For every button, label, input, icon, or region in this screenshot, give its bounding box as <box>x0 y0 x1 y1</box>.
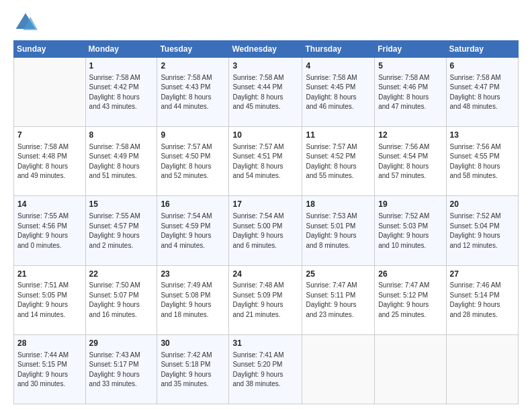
calendar-week-row: 1Sunrise: 7:58 AM Sunset: 4:42 PM Daylig… <box>14 58 519 127</box>
day-number: 15 <box>89 199 154 210</box>
day-info: Sunrise: 7:46 AM Sunset: 5:14 PM Dayligh… <box>450 281 515 320</box>
day-number: 2 <box>161 60 225 72</box>
calendar-cell: 14Sunrise: 7:55 AM Sunset: 4:56 PM Dayli… <box>14 196 86 265</box>
day-info: Sunrise: 7:58 AM Sunset: 4:44 PM Dayligh… <box>232 73 298 112</box>
day-info: Sunrise: 7:57 AM Sunset: 4:52 PM Dayligh… <box>306 142 371 181</box>
calendar-cell: 31Sunrise: 7:41 AM Sunset: 5:20 PM Dayli… <box>229 334 302 404</box>
calendar-cell <box>446 334 518 404</box>
weekday-row: SundayMondayTuesdayWednesdayThursdayFrid… <box>14 41 519 58</box>
day-info: Sunrise: 7:41 AM Sunset: 5:20 PM Dayligh… <box>232 351 298 390</box>
calendar-cell: 17Sunrise: 7:54 AM Sunset: 5:00 PM Dayli… <box>229 196 302 265</box>
calendar-cell: 12Sunrise: 7:56 AM Sunset: 4:54 PM Dayli… <box>375 127 446 196</box>
calendar-week-row: 21Sunrise: 7:51 AM Sunset: 5:05 PM Dayli… <box>14 265 519 334</box>
day-number: 12 <box>378 130 442 141</box>
day-info: Sunrise: 7:54 AM Sunset: 4:59 PM Dayligh… <box>161 212 225 250</box>
day-number: 5 <box>378 60 442 72</box>
page: SundayMondayTuesdayWednesdayThursdayFrid… <box>0 0 532 411</box>
calendar-cell <box>375 334 446 404</box>
day-info: Sunrise: 7:50 AM Sunset: 5:07 PM Dayligh… <box>89 281 154 320</box>
day-info: Sunrise: 7:58 AM Sunset: 4:42 PM Dayligh… <box>89 73 154 112</box>
day-info: Sunrise: 7:58 AM Sunset: 4:45 PM Dayligh… <box>306 73 371 112</box>
calendar-cell: 30Sunrise: 7:42 AM Sunset: 5:18 PM Dayli… <box>157 334 229 404</box>
day-info: Sunrise: 7:58 AM Sunset: 4:48 PM Dayligh… <box>17 142 82 181</box>
calendar-cell: 1Sunrise: 7:58 AM Sunset: 4:42 PM Daylig… <box>85 58 157 127</box>
day-info: Sunrise: 7:51 AM Sunset: 5:05 PM Dayligh… <box>17 281 82 320</box>
calendar-body: 1Sunrise: 7:58 AM Sunset: 4:42 PM Daylig… <box>14 58 519 404</box>
weekday-header: Monday <box>85 41 157 58</box>
weekday-header: Tuesday <box>157 41 229 58</box>
day-number: 23 <box>161 269 225 280</box>
day-info: Sunrise: 7:43 AM Sunset: 5:17 PM Dayligh… <box>89 351 154 390</box>
day-info: Sunrise: 7:44 AM Sunset: 5:15 PM Dayligh… <box>17 351 82 390</box>
calendar-week-row: 14Sunrise: 7:55 AM Sunset: 4:56 PM Dayli… <box>14 196 519 265</box>
day-info: Sunrise: 7:47 AM Sunset: 5:11 PM Dayligh… <box>306 281 371 320</box>
day-number: 4 <box>306 60 371 72</box>
calendar-week-row: 7Sunrise: 7:58 AM Sunset: 4:48 PM Daylig… <box>14 127 519 196</box>
calendar-cell: 7Sunrise: 7:58 AM Sunset: 4:48 PM Daylig… <box>14 127 86 196</box>
calendar-cell: 3Sunrise: 7:58 AM Sunset: 4:44 PM Daylig… <box>229 58 302 127</box>
day-info: Sunrise: 7:55 AM Sunset: 4:57 PM Dayligh… <box>89 212 154 250</box>
weekday-header: Wednesday <box>229 41 302 58</box>
calendar-cell: 21Sunrise: 7:51 AM Sunset: 5:05 PM Dayli… <box>14 265 86 334</box>
day-number: 31 <box>232 338 298 349</box>
day-info: Sunrise: 7:57 AM Sunset: 4:50 PM Dayligh… <box>161 142 225 181</box>
day-number: 29 <box>89 338 154 349</box>
calendar-cell: 4Sunrise: 7:58 AM Sunset: 4:45 PM Daylig… <box>302 58 375 127</box>
day-number: 3 <box>232 60 298 72</box>
calendar-cell: 5Sunrise: 7:58 AM Sunset: 4:46 PM Daylig… <box>375 58 446 127</box>
calendar-cell: 23Sunrise: 7:49 AM Sunset: 5:08 PM Dayli… <box>157 265 229 334</box>
day-number: 7 <box>17 130 82 141</box>
day-info: Sunrise: 7:52 AM Sunset: 5:04 PM Dayligh… <box>450 212 515 250</box>
calendar-cell: 29Sunrise: 7:43 AM Sunset: 5:17 PM Dayli… <box>85 334 157 404</box>
calendar-cell: 25Sunrise: 7:47 AM Sunset: 5:11 PM Dayli… <box>302 265 375 334</box>
day-info: Sunrise: 7:56 AM Sunset: 4:55 PM Dayligh… <box>450 142 515 181</box>
day-number: 14 <box>17 199 82 210</box>
calendar-header: SundayMondayTuesdayWednesdayThursdayFrid… <box>14 41 519 58</box>
day-number: 17 <box>232 199 298 210</box>
calendar-cell: 9Sunrise: 7:57 AM Sunset: 4:50 PM Daylig… <box>157 127 229 196</box>
calendar-cell: 22Sunrise: 7:50 AM Sunset: 5:07 PM Dayli… <box>85 265 157 334</box>
day-info: Sunrise: 7:42 AM Sunset: 5:18 PM Dayligh… <box>161 351 225 390</box>
day-number: 16 <box>161 199 225 210</box>
weekday-header: Saturday <box>446 41 518 58</box>
day-number: 25 <box>306 269 371 280</box>
calendar-week-row: 28Sunrise: 7:44 AM Sunset: 5:15 PM Dayli… <box>14 334 519 404</box>
day-number: 22 <box>89 269 154 280</box>
calendar-cell: 19Sunrise: 7:52 AM Sunset: 5:03 PM Dayli… <box>375 196 446 265</box>
day-number: 11 <box>306 130 371 141</box>
day-info: Sunrise: 7:55 AM Sunset: 4:56 PM Dayligh… <box>17 212 82 250</box>
day-info: Sunrise: 7:57 AM Sunset: 4:51 PM Dayligh… <box>232 142 298 181</box>
day-number: 9 <box>161 130 225 141</box>
calendar-cell: 16Sunrise: 7:54 AM Sunset: 4:59 PM Dayli… <box>157 196 229 265</box>
logo <box>13 11 40 35</box>
calendar-cell <box>14 58 86 127</box>
day-info: Sunrise: 7:54 AM Sunset: 5:00 PM Dayligh… <box>232 212 298 250</box>
day-number: 28 <box>17 338 82 349</box>
day-info: Sunrise: 7:52 AM Sunset: 5:03 PM Dayligh… <box>378 212 442 250</box>
day-number: 19 <box>378 199 442 210</box>
day-number: 1 <box>89 60 154 72</box>
day-number: 8 <box>89 130 154 141</box>
header <box>13 11 519 35</box>
calendar-table: SundayMondayTuesdayWednesdayThursdayFrid… <box>13 40 519 404</box>
calendar-cell: 2Sunrise: 7:58 AM Sunset: 4:43 PM Daylig… <box>157 58 229 127</box>
day-number: 18 <box>306 199 371 210</box>
calendar-cell: 27Sunrise: 7:46 AM Sunset: 5:14 PM Dayli… <box>446 265 518 334</box>
calendar-cell <box>302 334 375 404</box>
calendar-cell: 20Sunrise: 7:52 AM Sunset: 5:04 PM Dayli… <box>446 196 518 265</box>
calendar-cell: 13Sunrise: 7:56 AM Sunset: 4:55 PM Dayli… <box>446 127 518 196</box>
day-number: 27 <box>450 269 515 280</box>
day-number: 6 <box>450 60 515 72</box>
day-number: 21 <box>17 269 82 280</box>
calendar-cell: 10Sunrise: 7:57 AM Sunset: 4:51 PM Dayli… <box>229 127 302 196</box>
day-number: 30 <box>161 338 225 349</box>
day-info: Sunrise: 7:56 AM Sunset: 4:54 PM Dayligh… <box>378 142 442 181</box>
day-info: Sunrise: 7:47 AM Sunset: 5:12 PM Dayligh… <box>378 281 442 320</box>
calendar-cell: 28Sunrise: 7:44 AM Sunset: 5:15 PM Dayli… <box>14 334 86 404</box>
weekday-header: Thursday <box>302 41 375 58</box>
logo-icon <box>13 11 38 35</box>
calendar-cell: 6Sunrise: 7:58 AM Sunset: 4:47 PM Daylig… <box>446 58 518 127</box>
day-info: Sunrise: 7:49 AM Sunset: 5:08 PM Dayligh… <box>161 281 225 320</box>
day-info: Sunrise: 7:58 AM Sunset: 4:43 PM Dayligh… <box>161 73 225 112</box>
calendar-cell: 24Sunrise: 7:48 AM Sunset: 5:09 PM Dayli… <box>229 265 302 334</box>
